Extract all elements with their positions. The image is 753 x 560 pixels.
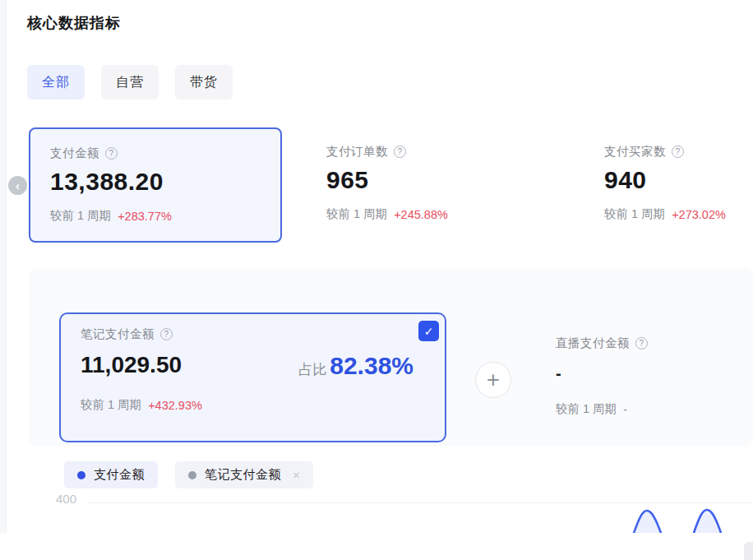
change-value: +245.88%: [394, 208, 448, 221]
y-axis-tick-400: 400: [56, 492, 76, 506]
floating-widget-partial[interactable]: [744, 542, 753, 560]
metric-value: 13,388.20: [50, 168, 164, 196]
carousel-prev-button[interactable]: ‹: [8, 176, 27, 195]
metric-label-row: 支付买家数 ?: [604, 144, 684, 160]
share-value: 82.38%: [330, 352, 413, 380]
chart-gridline: [87, 502, 753, 503]
page-title: 核心数据指标: [27, 13, 121, 33]
help-icon[interactable]: ?: [672, 146, 684, 158]
change-value: +273.02%: [672, 208, 726, 221]
help-icon[interactable]: ?: [105, 147, 118, 160]
help-icon[interactable]: ?: [635, 337, 648, 349]
metric-label-row: 支付订单数 ?: [326, 144, 406, 160]
live-payment-card[interactable]: 直播支付金额 ? - 较前 1 周期 -: [556, 336, 745, 417]
tab-all[interactable]: 全部: [27, 65, 85, 100]
live-value: -: [556, 364, 745, 383]
metric-card-payment-amount[interactable]: 支付金额 ? 13,388.20 较前 1 周期 +283.77%: [29, 127, 282, 243]
note-label: 笔记支付金额: [81, 326, 155, 342]
change-value: +432.93%: [148, 399, 202, 412]
add-metric-button[interactable]: +: [475, 362, 511, 398]
line-chart-peaks: [608, 506, 753, 535]
series-dot-icon: [77, 471, 85, 479]
metric-label-row: 支付金额 ?: [50, 146, 118, 161]
compare-label: 较前 1 周期: [50, 208, 111, 224]
metric-label: 支付买家数: [604, 144, 666, 160]
compare-label: 较前 1 周期: [81, 397, 141, 413]
compare-label: 较前 1 周期: [556, 401, 617, 417]
check-icon: ✓: [424, 325, 434, 338]
close-icon[interactable]: ×: [293, 468, 300, 482]
metric-card-buyer-count[interactable]: 支付买家数 ? 940 较前 1 周期 +273.02%: [584, 127, 753, 243]
left-edge-strip: [0, 0, 7, 537]
live-compare-row: 较前 1 周期 -: [556, 401, 745, 417]
metric-compare-row: 较前 1 周期 +245.88%: [326, 206, 448, 222]
tab-self-operated[interactable]: 自营: [101, 65, 159, 100]
metric-compare-row: 较前 1 周期 +273.02%: [604, 206, 726, 222]
note-payment-card[interactable]: ✓ 笔记支付金额 ? 11,029.50 占比 82.38% 较前 1 周期 +…: [59, 312, 446, 442]
metric-value: 940: [604, 166, 647, 194]
help-icon[interactable]: ?: [394, 146, 406, 158]
legend-label: 支付金额: [94, 467, 145, 483]
bottom-fold-strip: [0, 533, 753, 560]
note-compare-row: 较前 1 周期 +432.93%: [81, 397, 202, 413]
live-label: 直播支付金额: [556, 336, 630, 351]
compare-label: 较前 1 周期: [604, 206, 665, 222]
plus-icon: +: [487, 368, 500, 392]
metric-label: 支付金额: [50, 146, 99, 161]
chevron-left-icon: ‹: [16, 178, 20, 192]
metric-compare-row: 较前 1 周期 +283.77%: [50, 208, 172, 224]
series-dot-icon: [188, 471, 196, 479]
share-label: 占比: [298, 360, 326, 379]
chart-legend: 支付金额 笔记支付金额 ×: [64, 461, 313, 488]
live-label-row: 直播支付金额 ?: [556, 336, 745, 351]
tab-affiliate[interactable]: 带货: [175, 65, 233, 100]
legend-item-payment-amount[interactable]: 支付金额: [64, 461, 158, 488]
note-label-row: 笔记支付金额 ?: [81, 326, 173, 342]
metric-label: 支付订单数: [326, 144, 388, 160]
legend-label: 笔记支付金额: [205, 467, 281, 483]
legend-item-note-payment-amount[interactable]: 笔记支付金额 ×: [175, 461, 313, 488]
note-share: 占比 82.38%: [298, 352, 413, 380]
note-value: 11,029.50: [81, 352, 182, 378]
metric-card-order-count[interactable]: 支付订单数 ? 965 较前 1 周期 +245.88%: [307, 127, 560, 243]
checkbox-checked-icon[interactable]: ✓: [418, 321, 439, 341]
change-value: -: [623, 403, 627, 416]
metric-value: 965: [326, 166, 369, 194]
compare-label: 较前 1 周期: [326, 206, 387, 222]
help-icon[interactable]: ?: [160, 328, 173, 340]
change-value: +283.77%: [118, 210, 172, 223]
breakdown-panel: ✓ 笔记支付金额 ? 11,029.50 占比 82.38% 较前 1 周期 +…: [29, 267, 753, 447]
core-metrics-dashboard: 核心数据指标 全部 自营 带货 ‹ 支付金额 ? 13,388.20 较前 1 …: [0, 0, 753, 560]
scope-tabs: 全部 自营 带货: [27, 65, 233, 100]
